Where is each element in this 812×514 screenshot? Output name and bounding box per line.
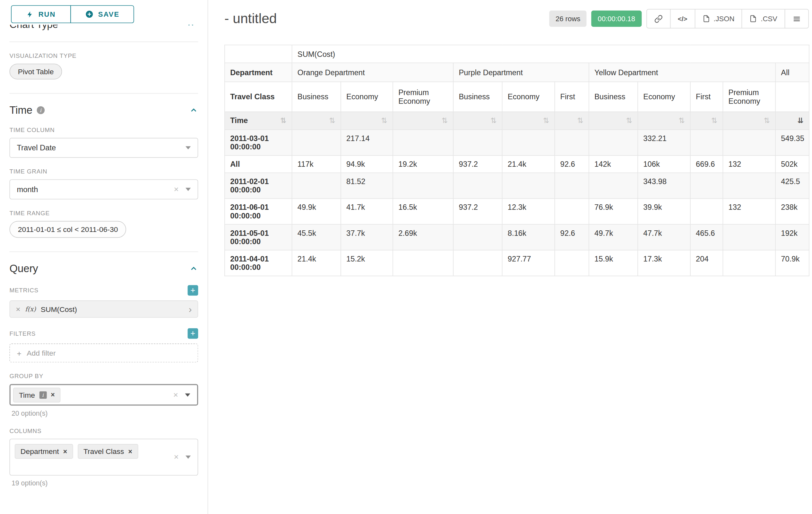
time-column-label: TIME COLUMN	[9, 127, 198, 133]
pivot-value-cell: 94.9k	[341, 156, 393, 173]
sort-toggle-icon[interactable]: ⇅	[577, 116, 583, 125]
export-json-label: .JSON	[714, 15, 734, 23]
pivot-table: SUM(Cost)DepartmentOrange DepartmentPurp…	[224, 45, 809, 276]
sort-toggle-icon[interactable]: ⇅	[280, 116, 286, 125]
control-panel: RUN SAVE Chart Type	[0, 0, 208, 514]
metrics-label: METRICS	[9, 287, 38, 294]
pivot-value-cell: 343.98	[638, 173, 690, 198]
sort-descending-icon[interactable]: ⇊	[798, 116, 804, 125]
column-header: First	[690, 82, 723, 112]
group-by-select[interactable]: Time i × ×	[9, 384, 198, 405]
metric-item[interactable]: × f(x) SUM(Cost) ›	[9, 300, 198, 318]
column-axis-label-department: Department	[225, 63, 292, 82]
clear-icon[interactable]: ×	[174, 453, 178, 461]
sort-cell: ⇅	[555, 112, 589, 130]
code-icon: </>	[678, 15, 688, 23]
row-axis-label-text: Time	[230, 116, 248, 125]
collapse-time-section-button[interactable]	[190, 106, 198, 115]
add-filter-plus-button[interactable]: +	[188, 328, 198, 339]
view-query-button[interactable]: </>	[670, 9, 695, 29]
pivot-value-cell	[690, 130, 723, 156]
pivot-value-cell: 332.21	[638, 130, 690, 156]
chevron-right-icon[interactable]: ›	[189, 304, 192, 314]
pivot-value-cell: 70.9k	[775, 250, 809, 276]
time-section-title: Time	[9, 104, 32, 116]
visualization-type-pill[interactable]: Pivot Table	[9, 63, 62, 79]
export-csv-label: .CSV	[761, 15, 777, 23]
section-divider	[9, 251, 198, 252]
link-icon	[654, 15, 662, 23]
add-metric-button[interactable]: +	[188, 285, 198, 296]
pivot-value-cell: 204	[690, 250, 723, 276]
remove-tag-icon[interactable]: ×	[51, 391, 55, 398]
pivot-value-cell: 49.7k	[589, 224, 638, 250]
export-csv-button[interactable]: .CSV	[742, 9, 785, 29]
pivot-value-cell	[292, 130, 341, 156]
pivot-value-cell: 92.6	[555, 156, 589, 173]
collapse-query-section-button[interactable]	[190, 264, 198, 273]
more-options-menu-button[interactable]	[785, 9, 809, 29]
clear-icon[interactable]: ×	[173, 390, 178, 399]
sort-cell: ⇅	[589, 112, 638, 130]
column-header: Economy	[638, 82, 690, 112]
explore-view: RUN SAVE Chart Type	[0, 0, 812, 514]
sort-cell: ⇅	[723, 112, 775, 130]
columns-tag-label: Department	[21, 447, 59, 456]
short-link-button[interactable]	[646, 9, 670, 29]
column-header: Business	[292, 82, 341, 112]
save-button[interactable]: SAVE	[70, 5, 134, 23]
sort-toggle-icon[interactable]: ⇅	[329, 116, 336, 125]
time-column-select[interactable]: Travel Date	[9, 138, 198, 158]
query-section-header: Query	[9, 263, 198, 275]
clear-icon[interactable]: ×	[174, 185, 178, 193]
function-icon: f(x)	[25, 305, 36, 313]
remove-metric-icon[interactable]: ×	[16, 305, 20, 313]
column-header: Business	[589, 82, 638, 112]
time-range-pill[interactable]: 2011-01-01 ≤ col < 2011-06-30	[9, 221, 126, 238]
time-grain-select[interactable]: month ×	[9, 179, 198, 199]
pivot-value-cell: 465.6	[690, 224, 723, 250]
sort-toggle-icon[interactable]: ⇅	[490, 116, 496, 125]
pivot-value-cell: 21.4k	[292, 250, 341, 276]
time-range-label: TIME RANGE	[9, 210, 198, 216]
chevron-up-icon[interactable]	[186, 25, 195, 30]
info-badge-icon: i	[39, 391, 47, 398]
sort-toggle-icon[interactable]: ⇅	[678, 116, 685, 125]
export-json-button[interactable]: .JSON	[695, 9, 742, 29]
column-header: Premium Economy	[723, 82, 775, 112]
row-count-badge: 26 rows	[549, 10, 587, 27]
run-button[interactable]: RUN	[11, 5, 71, 23]
sort-toggle-icon[interactable]: ⇅	[626, 116, 632, 125]
pivot-value-cell	[393, 250, 453, 276]
metric-header: SUM(Cost)	[292, 45, 809, 63]
remove-tag-icon[interactable]: ×	[63, 448, 67, 455]
caret-down-icon	[185, 146, 191, 150]
remove-tag-icon[interactable]: ×	[128, 448, 132, 455]
sort-cell: ⇅	[453, 112, 502, 130]
pivot-value-cell: 142k	[589, 156, 638, 173]
sort-toggle-icon[interactable]: ⇅	[381, 116, 387, 125]
sort-toggle-icon[interactable]: ⇅	[543, 116, 549, 125]
sort-cell: ⇅	[393, 112, 453, 130]
column-header: Economy	[502, 82, 555, 112]
chevron-up-icon	[190, 264, 198, 273]
pivot-value-cell	[555, 250, 589, 276]
pivot-value-cell: 8.16k	[502, 224, 555, 250]
group-by-tag: Time i ×	[13, 387, 61, 402]
add-filter-button[interactable]: + Add filter	[9, 344, 198, 362]
columns-select[interactable]: Department × Travel Class × ×	[9, 439, 198, 476]
sort-toggle-icon[interactable]: ⇅	[442, 116, 448, 125]
pivot-value-cell: 21.4k	[502, 156, 555, 173]
pivot-value-cell	[723, 130, 775, 156]
sort-toggle-icon[interactable]: ⇅	[711, 116, 717, 125]
pivot-value-cell: 76.9k	[589, 198, 638, 224]
group-by-tag-label: Time	[19, 390, 35, 399]
column-header: Premium Economy	[393, 82, 453, 112]
pivot-value-cell	[723, 224, 775, 250]
chart-header-actions: 26 rows 00:00:00.18 </>	[549, 9, 809, 29]
pivot-value-cell: 15.9k	[589, 250, 638, 276]
pivot-value-cell	[555, 198, 589, 224]
pivot-row-label: 2011-02-01 00:00:00	[225, 173, 292, 198]
chart-panel: - untitled 26 rows 00:00:00.18 </>	[208, 0, 812, 514]
sort-toggle-icon[interactable]: ⇅	[764, 116, 770, 125]
